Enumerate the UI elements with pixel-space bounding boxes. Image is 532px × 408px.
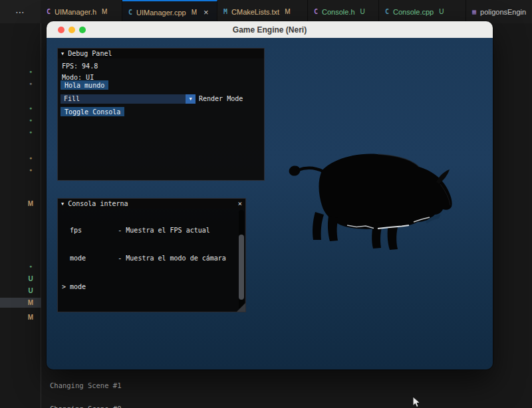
git-dot-indicator: ● (24, 167, 37, 172)
editor-tab-bar: ⋯ C UIManager.h M C UIManager.cpp M × M … (0, 0, 532, 23)
debug-panel-title-bar[interactable]: ▼ Debug Panel (58, 49, 264, 58)
zoom-window-button[interactable] (79, 27, 86, 33)
debug-panel-title: Debug Panel (68, 50, 112, 57)
tab-filename: UIManager.h (55, 8, 96, 16)
git-dot-indicator: ● (24, 264, 37, 268)
minimize-window-button[interactable] (68, 27, 75, 33)
tab-overflow-button[interactable]: ⋯ (0, 0, 41, 23)
resize-grip[interactable] (237, 303, 245, 312)
scrollbar-thumb[interactable] (239, 235, 244, 300)
git-dot-indicator: ● (24, 81, 37, 86)
explorer-sidebar: ● ● ● ● ● ● ● M ● U U M M (0, 23, 41, 408)
image-file-icon: ▦ (472, 8, 476, 15)
git-dot-indicator: ● (24, 69, 37, 74)
terminal-output: Changing Scene #1 Changing Scene #0 Chan… (50, 367, 121, 408)
collapse-arrow-icon[interactable]: ▼ (61, 201, 64, 207)
c-header-file-icon: C (47, 8, 51, 15)
terminal-line: Changing Scene #1 (50, 382, 121, 390)
fps-readout: FPS: 94.8 (62, 62, 98, 70)
git-modified-badge: M (24, 200, 37, 207)
git-untracked-badge: U (24, 287, 37, 294)
combo-label: Render Mode (199, 95, 243, 102)
hola-mundo-button[interactable]: Hola mundo (61, 80, 108, 90)
cmake-file-icon: M (223, 8, 227, 15)
console-title: Consola interna (68, 200, 128, 207)
git-status-badge: M (285, 8, 290, 15)
git-status-badge: U (360, 8, 365, 15)
tab-filename: poligonsEngin (480, 8, 526, 16)
tab-poligons-image[interactable]: ▦ poligonsEngin (466, 0, 531, 23)
cpp-file-icon: C (128, 9, 132, 16)
tab-filename: Console.cpp (393, 8, 434, 16)
console-panel: ▼ Consola interna × fps - Muestra el FPS… (57, 198, 246, 312)
git-status-badge: M (192, 9, 197, 16)
combo-selected-value: Fill (64, 95, 80, 102)
tab-filename: Console.h (322, 8, 355, 16)
chevron-down-icon: ▼ (189, 96, 192, 102)
cpp-file-icon: C (385, 8, 389, 15)
c-header-file-icon: C (314, 8, 318, 15)
git-modified-badge: M (24, 314, 37, 321)
toggle-consola-button[interactable]: Toggle Consola (61, 107, 124, 116)
tab-console-cpp[interactable]: C Console.cpp U (379, 0, 466, 23)
close-window-button[interactable] (58, 27, 65, 33)
tab-filename: UIManager.cpp (136, 9, 186, 17)
console-log-line: > mode (62, 282, 237, 292)
tab-cmakelists[interactable]: M CMakeLists.txt M (217, 0, 308, 23)
close-icon[interactable]: × (237, 199, 242, 208)
close-tab-icon[interactable]: × (203, 7, 209, 17)
git-dot-indicator: ● (24, 130, 37, 134)
console-log: fps - Muestra el FPS actual mode - Muest… (62, 207, 237, 310)
git-modified-badge: M (24, 299, 37, 306)
tab-uimanager-h[interactable]: C UIManager.h M (41, 0, 122, 23)
git-dot-indicator: ● (24, 118, 37, 122)
console-log-line: fps - Muestra el FPS actual (62, 226, 237, 235)
game-viewport: ▼ Debug Panel FPS: 94.8 Modo: UI Hola mu… (47, 38, 493, 369)
git-dot-indicator: ● (24, 106, 37, 110)
git-dot-indicator: ● (24, 155, 37, 160)
debug-panel: ▼ Debug Panel FPS: 94.8 Modo: UI Hola mu… (57, 48, 265, 181)
mouse-cursor (412, 396, 421, 408)
console-title-bar[interactable]: ▼ Consola interna × (58, 199, 245, 209)
git-status-badge: U (439, 8, 444, 15)
render-mode-combo[interactable]: Fill ▼ (61, 94, 196, 104)
tab-uimanager-cpp[interactable]: C UIManager.cpp M × (122, 0, 217, 23)
traffic-lights (58, 27, 86, 33)
game-engine-window: Game Engine (Neri) (47, 21, 493, 369)
tab-console-h[interactable]: C Console.h U (308, 0, 379, 23)
tab-filename: CMakeLists.txt (231, 8, 279, 16)
window-title-bar[interactable]: Game Engine (Neri) (47, 21, 493, 38)
console-log-line: mode - Muestra el modo de cámara (62, 254, 237, 263)
terminal-line: Changing Scene #0 (50, 405, 121, 408)
git-status-badge: M (102, 8, 107, 15)
collapse-arrow-icon[interactable]: ▼ (61, 51, 64, 56)
combo-dropdown-button[interactable]: ▼ (186, 94, 196, 104)
vscode-screen: ⋯ C UIManager.h M C UIManager.cpp M × M … (0, 0, 532, 408)
git-untracked-badge: U (24, 275, 37, 282)
window-title: Game Engine (Neri) (233, 25, 307, 35)
